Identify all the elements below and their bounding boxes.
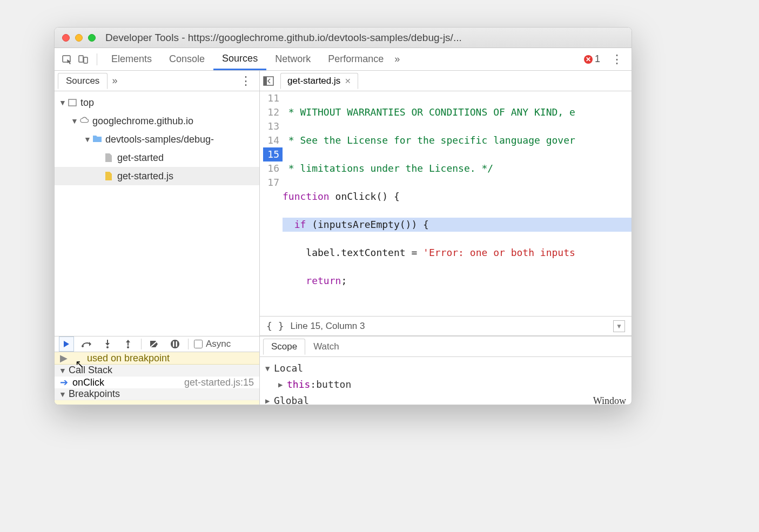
chevron-down-icon: ▼: [59, 98, 66, 107]
code-lines[interactable]: * WITHOUT WARRANTIES OR CONDITIONS OF AN…: [283, 91, 632, 316]
tree-top[interactable]: ▼ top: [55, 93, 259, 112]
chevron-down-icon: ▼: [84, 135, 91, 144]
chevron-right-icon: ▶: [265, 393, 273, 405]
tab-console[interactable]: Console: [160, 48, 213, 70]
cursor-position: Line 15, Column 3: [291, 321, 365, 332]
folder-icon: [92, 134, 102, 144]
tab-scope[interactable]: Scope: [263, 339, 305, 355]
svg-point-7: [106, 346, 109, 348]
chevron-right-icon: ▶: [278, 376, 286, 393]
pause-exceptions-button[interactable]: [167, 336, 183, 352]
scope-this-value: button: [316, 376, 351, 393]
script-icon: [104, 171, 114, 181]
minimize-icon[interactable]: [75, 34, 83, 42]
svg-point-10: [171, 340, 179, 348]
panel-tabs: Elements Console Sources Network Perform…: [55, 48, 632, 71]
code-body[interactable]: 11121314 15 1617 * WITHOUT WARRANTIES OR…: [260, 91, 632, 316]
document-icon: [104, 153, 114, 163]
scope-global-label: Global: [274, 393, 309, 405]
async-checkbox-input[interactable]: [194, 340, 203, 348]
tree-doc-label: get-started: [117, 152, 164, 164]
svg-point-8: [127, 346, 129, 348]
gutter[interactable]: 11121314 15 1617: [260, 91, 283, 316]
svg-rect-2: [84, 57, 88, 63]
step-over-button[interactable]: [79, 336, 95, 352]
editor-menu-icon[interactable]: ▼: [613, 320, 625, 332]
scope-this-key: this: [287, 376, 310, 393]
editor-tabbar: get-started.js ✕: [260, 71, 632, 91]
svg-rect-11: [173, 341, 174, 347]
error-count: 1: [595, 53, 600, 65]
file-tab[interactable]: get-started.js ✕: [280, 73, 358, 89]
scope-global-value: Window: [593, 393, 626, 405]
tree-origin-label: googlechrome.github.io: [92, 116, 193, 127]
frame-name: onClick: [72, 377, 104, 388]
scope-local-label: Local: [274, 360, 303, 376]
debugger-toolbar: Async: [55, 336, 259, 352]
tab-sources[interactable]: Sources: [213, 48, 266, 70]
chevron-down-icon: ▼: [265, 360, 273, 376]
async-checkbox[interactable]: Async: [194, 339, 231, 349]
file-tab-label: get-started.js: [287, 76, 340, 86]
navigator-kebab-icon[interactable]: ⋮: [236, 74, 256, 88]
callstack-header[interactable]: ▼ Call Stack: [55, 365, 259, 376]
step-into-button[interactable]: [100, 336, 115, 352]
frame-location: get-started.js:15: [184, 377, 254, 388]
toggle-sidebar-icon[interactable]: [263, 76, 276, 86]
navigator-tab-sources[interactable]: Sources: [58, 73, 108, 89]
svg-rect-12: [176, 341, 178, 347]
tree-doc[interactable]: get-started: [55, 149, 259, 167]
scope-local[interactable]: ▼ Local: [265, 360, 626, 376]
tab-elements[interactable]: Elements: [103, 48, 160, 70]
deactivate-breakpoints-button[interactable]: [147, 336, 162, 352]
execution-line: if (inputsAreEmpty()) {: [283, 218, 632, 232]
tab-watch[interactable]: Watch: [305, 339, 347, 355]
breakpoint-marker[interactable]: 15: [263, 147, 283, 161]
resume-button[interactable]: [59, 336, 74, 352]
scope-this[interactable]: ▶ this: button: [265, 376, 626, 393]
navigator-pane: Sources » ⋮ ▼ top ▼ googlechrome.github.…: [55, 71, 260, 336]
device-toolbar-icon[interactable]: [75, 51, 91, 68]
stack-frame[interactable]: ➔ onClick get-started.js:15: [55, 376, 259, 388]
svg-rect-5: [264, 77, 267, 85]
scope-global[interactable]: ▶ Global Window: [265, 393, 626, 405]
code-pane: get-started.js ✕ 11121314 15 1617 * WITH…: [260, 71, 632, 336]
svg-rect-1: [79, 56, 83, 62]
titlebar: Developer Tools - https://googlechrome.g…: [55, 28, 632, 48]
breakpoint-item[interactable]: ✓ get-started.js:15: [55, 400, 259, 405]
tab-performance[interactable]: Performance: [319, 48, 392, 70]
tab-network[interactable]: Network: [266, 48, 319, 70]
kebab-menu-icon[interactable]: ⋮: [607, 52, 627, 66]
editor-statusbar: { } Line 15, Column 3 ▼: [260, 316, 632, 335]
scope-pane: Scope Watch ▼ Local ▶ this: button ▶ Glo…: [260, 336, 632, 405]
panel-overflow-icon[interactable]: »: [394, 53, 400, 65]
paused-banner[interactable]: ▶ ↖ used on breakpoint: [55, 352, 259, 365]
scope-tabbar: Scope Watch: [260, 336, 632, 357]
frame-icon: [68, 98, 77, 107]
close-tab-icon[interactable]: ✕: [345, 77, 351, 85]
error-badge[interactable]: ✕ 1: [584, 53, 600, 65]
pretty-print-icon[interactable]: { }: [266, 320, 284, 332]
file-tree: ▼ top ▼ googlechrome.github.io ▼ devtool…: [55, 91, 259, 336]
close-icon[interactable]: [62, 34, 70, 42]
tree-folder-label: devtools-samples/debug-: [105, 134, 214, 145]
tree-top-label: top: [80, 97, 94, 109]
chevron-down-icon: ▼: [59, 366, 66, 375]
svg-rect-3: [69, 99, 76, 106]
tree-origin[interactable]: ▼ googlechrome.github.io: [55, 112, 259, 130]
traffic-lights: [62, 34, 96, 42]
step-out-button[interactable]: [120, 336, 136, 352]
inspect-icon[interactable]: [59, 51, 75, 68]
navigator-overflow-icon[interactable]: »: [112, 75, 117, 86]
paused-text: used on breakpoint: [87, 353, 170, 364]
chevron-down-icon: ▼: [59, 390, 66, 399]
chevron-down-icon: ▼: [71, 117, 78, 125]
current-frame-icon: ➔: [60, 376, 68, 388]
cloud-icon: [79, 116, 89, 126]
breakpoints-label: Breakpoints: [69, 388, 120, 400]
tree-script[interactable]: get-started.js: [55, 167, 259, 185]
tree-folder[interactable]: ▼ devtools-samples/debug-: [55, 130, 259, 149]
maximize-icon[interactable]: [88, 34, 96, 42]
breakpoints-header[interactable]: ▼ Breakpoints: [55, 388, 259, 400]
debugger-pane: Async ▶ ↖ used on breakpoint ▼ Call Stac…: [55, 336, 260, 405]
